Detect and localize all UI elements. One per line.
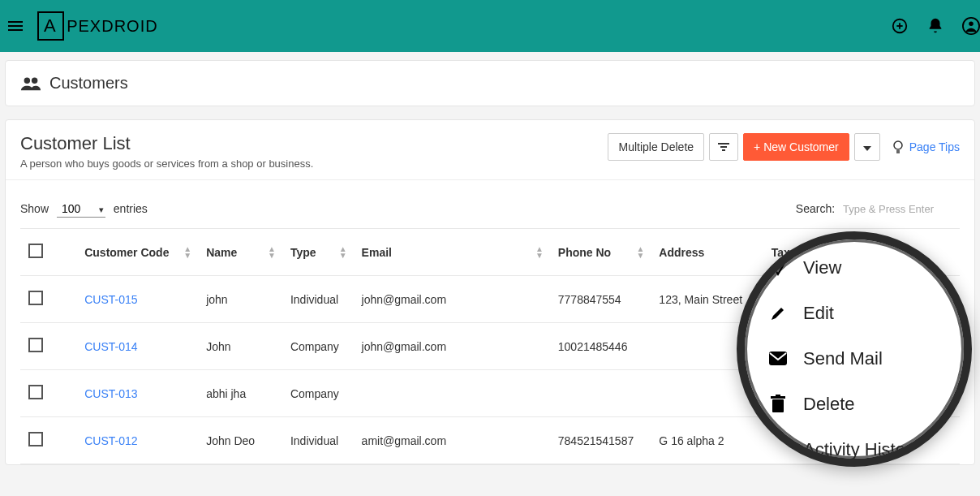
cell-tax: F0000 [763,276,857,323]
svg-point-6 [32,77,37,83]
top-navbar: A PEXDROID [0,0,980,52]
row-checkbox[interactable] [28,338,43,352]
customer-code-link[interactable]: CUST-014 [84,340,137,353]
cell-phone: 7778847554 [550,276,651,323]
sort-icon: ▲▼ [339,246,347,259]
cell-address: G 16 alpha 2 [651,417,763,464]
search-input[interactable] [838,200,960,218]
cell-name: abhi jha [198,370,282,417]
bulb-icon [892,140,905,153]
cell-tax [763,417,857,464]
cell-phone: 10021485446 [550,323,651,370]
page-title: Customers [49,74,128,93]
header-code[interactable]: Customer Code▲▼ [76,229,198,276]
cell-date: -11-2 [857,323,960,370]
topbar-actions [891,0,980,52]
new-customer-button[interactable]: + New Customer [743,133,849,161]
brand-initial: A [44,15,56,36]
cell-type: Individual [282,417,354,464]
header-phone[interactable]: Phone No▲▼ [550,229,651,276]
header-email[interactable]: Email▲▼ [354,229,550,276]
brand-text: PEXDROID [67,17,157,36]
svg-point-5 [24,77,30,83]
search-box: Search: [796,200,960,218]
cell-type: Company [282,323,354,370]
cell-name: John Deo [198,417,282,464]
content-card: Customer List A person who buys goods or… [5,119,975,465]
sort-icon: ▲▼ [183,246,191,259]
cell-email: john@gmail.com [354,323,550,370]
cell-tax: j1240 [763,323,857,370]
cell-type: Company [282,370,354,417]
header-type[interactable]: Type▲▼ [282,229,354,276]
page-tips-label: Page Tips [909,140,960,153]
profile-icon[interactable] [962,17,980,35]
cell-name: john [198,276,282,323]
list-header: Customer List A person who buys goods or… [6,120,974,180]
cell-date [857,370,960,417]
table-row: CUST-014 John Company john@gmail.com 100… [20,323,960,370]
search-label: Search: [796,202,835,215]
caret-down-icon [863,146,871,151]
row-checkbox[interactable] [28,291,43,305]
sort-icon: ▲▼ [535,246,544,259]
sort-icon: ▲▼ [636,246,644,259]
table-row: CUST-015 john Individual john@gmail.com … [20,276,960,323]
table-row: CUST-013 abhi jha Company [20,370,960,417]
header-date[interactable] [857,229,960,276]
hamburger-menu-icon[interactable] [8,21,23,31]
page-tips-link[interactable]: Page Tips [892,140,960,153]
cell-address [651,370,763,417]
table-controls: Show 100 entries Search: [6,180,974,228]
header-name[interactable]: Name▲▼ [198,229,282,276]
cell-date: 20 [857,417,960,464]
row-checkbox[interactable] [28,385,43,399]
table-row: CUST-012 John Deo Individual amit@gmail.… [20,417,960,464]
brand-logo: A [37,11,64,41]
cell-date: -11-3 [857,276,960,323]
cell-email: amit@gmail.com [354,417,550,464]
header-checkbox-col [20,229,76,276]
row-checkbox[interactable] [28,432,43,446]
list-subtitle: A person who buys goods or services from… [20,157,313,170]
cell-type: Individual [282,276,354,323]
entries-select[interactable]: 100 [57,201,105,218]
svg-point-10 [894,141,902,149]
dropdown-caret-button[interactable] [854,133,880,161]
page-header-card: Customers [5,60,975,106]
header-tax[interactable]: Tax Code [763,229,857,276]
cell-phone [550,370,651,417]
cell-email: john@gmail.com [354,276,550,323]
header-address[interactable]: Address [651,229,763,276]
cell-name: John [198,323,282,370]
sort-icon: ▲▼ [268,246,276,259]
show-label: Show [20,202,49,215]
customer-table: Customer Code▲▼ Name▲▼ Type▲▼ Email▲▼ Ph… [20,228,960,464]
entries-selector: Show 100 entries [20,201,148,218]
filter-button[interactable] [709,133,738,161]
customer-code-link[interactable]: CUST-012 [84,434,137,447]
cell-tax [763,370,857,417]
bell-icon[interactable] [926,17,944,35]
people-icon [20,75,41,92]
filter-icon [718,143,729,151]
multiple-delete-button[interactable]: Multiple Delete [608,133,704,161]
select-all-checkbox[interactable] [28,244,43,258]
header-actions: Multiple Delete + New Customer Page Tips [608,133,960,161]
svg-point-4 [969,22,974,27]
customer-code-link[interactable]: CUST-015 [84,293,137,306]
customer-code-link[interactable]: CUST-013 [84,387,137,400]
cell-email [354,370,550,417]
cell-phone: 784521541587 [550,417,651,464]
cell-address: 123, Main Street [651,276,763,323]
entries-label: entries [114,202,148,215]
add-circle-icon[interactable] [891,17,909,35]
cell-address [651,323,763,370]
list-title: Customer List [20,133,313,154]
